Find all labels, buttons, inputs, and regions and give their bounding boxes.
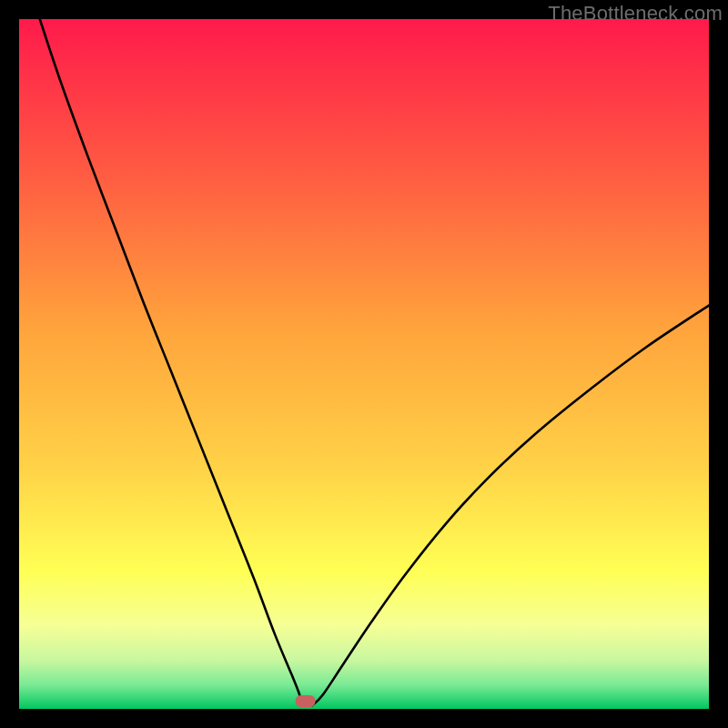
chart-frame bbox=[19, 19, 709, 709]
watermark-text: TheBottleneck.com bbox=[548, 2, 723, 25]
minimum-marker bbox=[296, 695, 316, 707]
gradient-background bbox=[19, 19, 709, 709]
bottleneck-chart bbox=[19, 19, 709, 709]
